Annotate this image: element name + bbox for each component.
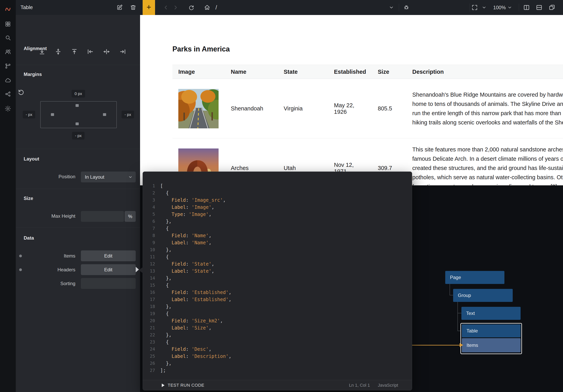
code-line[interactable]: 26 }, [143, 360, 412, 367]
code-line[interactable]: 12 Field: 'State', [143, 261, 412, 267]
tree-node-label: Text [466, 311, 475, 316]
margin-bottom-value[interactable]: - px [72, 132, 84, 139]
distribute-horizontal-button[interactable] [103, 48, 110, 55]
code-line[interactable]: 21 Label: 'Size', [143, 324, 412, 331]
edit-component-button[interactable] [115, 3, 124, 12]
sorting-input[interactable] [81, 278, 136, 289]
section-divider [16, 149, 140, 149]
split-rows-view-button[interactable] [535, 3, 543, 12]
preview-size-chevron-button[interactable] [480, 3, 488, 12]
sidebar-item-search[interactable] [5, 34, 11, 41]
code-line[interactable]: 4 Label: 'Image', [143, 204, 412, 211]
margin-right-value[interactable]: - px [122, 111, 134, 118]
app-sidebar [0, 0, 16, 392]
tree-node-group[interactable]: Group [453, 289, 513, 302]
formula-code-editor[interactable]: 1[2 {3 Field: 'Image_src',4 Label: 'Imag… [143, 172, 412, 391]
margins-diagram [40, 101, 117, 128]
refresh-button[interactable] [187, 3, 196, 12]
headers-binding-dot[interactable] [19, 268, 22, 271]
delete-component-button[interactable] [129, 3, 138, 12]
margin-handle-bottom[interactable] [76, 122, 79, 125]
line-number: 1 [143, 182, 155, 190]
add-element-button[interactable]: + [143, 0, 155, 15]
tree-node-items[interactable]: Items [462, 338, 521, 352]
branch-icon [5, 63, 11, 69]
code-line[interactable]: 24 Field: 'Desc', [143, 346, 412, 353]
margin-left-value[interactable]: - px [23, 111, 35, 118]
test-run-code-button[interactable]: TEST RUN CODE [168, 383, 204, 388]
code-line[interactable]: 9 Label: 'Name', [143, 239, 412, 246]
debug-button[interactable] [402, 3, 411, 12]
position-dropdown[interactable]: In Layout [81, 172, 136, 182]
max-height-input[interactable] [81, 211, 124, 222]
headers-edit-button[interactable]: Edit [81, 264, 136, 275]
code-line[interactable]: 2 { [143, 190, 412, 197]
code-line[interactable]: 3 Field: 'Image_src', [143, 197, 412, 204]
code-line[interactable]: 18 }, [143, 303, 412, 310]
nav-back-button[interactable] [162, 3, 170, 12]
nav-forward-button[interactable] [171, 3, 180, 12]
tree-node-table[interactable]: Table [462, 324, 521, 337]
code-line[interactable]: 11 { [143, 253, 412, 261]
code-line[interactable]: 16 Field: 'Established', [143, 289, 412, 296]
sidebar-item-components[interactable] [5, 21, 11, 27]
app-logo-icon [5, 6, 11, 13]
park-image-shenandoah [178, 89, 218, 128]
line-number: 8 [143, 232, 155, 239]
code-line[interactable]: 27]; [143, 367, 412, 374]
tree-node-text[interactable]: Text [461, 307, 521, 320]
line-number: 17 [143, 296, 155, 303]
code-line[interactable]: 17 Label: 'Established', [143, 296, 412, 303]
table-row: Shenandoah Virginia May 22, 1926 805.5 S… [172, 79, 563, 139]
align-top-button[interactable] [71, 48, 78, 55]
margin-handle-left[interactable] [51, 113, 54, 116]
home-button[interactable] [203, 3, 211, 12]
margin-top-value[interactable]: 0 px [72, 90, 85, 98]
app-logo[interactable] [5, 6, 11, 13]
sidebar-item-versions[interactable] [5, 63, 11, 69]
page-title: Parks in America [172, 45, 230, 53]
code-line[interactable]: 5 Type: 'Image', [143, 211, 412, 218]
table-header-row: Image Name State Established Size Descri… [172, 65, 563, 79]
code-line[interactable]: 25 Label: 'Description', [143, 353, 412, 360]
margin-handle-right[interactable] [103, 113, 106, 116]
code-line[interactable]: 15 { [143, 282, 412, 289]
align-bottom-button[interactable] [39, 48, 45, 55]
zoom-control[interactable]: 100% [493, 3, 512, 12]
code-line[interactable]: 10 }, [143, 246, 412, 253]
section-divider [16, 189, 140, 189]
sidebar-item-settings[interactable] [5, 105, 11, 112]
margin-handle-top[interactable] [76, 104, 79, 107]
cell-state: Virginia [278, 79, 328, 139]
max-height-unit-button[interactable]: % [125, 211, 136, 222]
sidebar-item-services[interactable] [5, 77, 11, 84]
code-line[interactable]: 8 Field: 'Name', [143, 232, 412, 239]
code-line[interactable]: 20 Field: 'Size_km2', [143, 317, 412, 324]
code-line[interactable]: 14 }, [143, 275, 412, 282]
code-line[interactable]: 19 { [143, 310, 412, 317]
tree-node-label: Items [467, 342, 478, 348]
code-line[interactable]: 23 { [143, 339, 412, 346]
sidebar-item-share[interactable] [5, 91, 11, 97]
align-left-button[interactable] [87, 48, 94, 55]
code-line[interactable]: 7 { [143, 225, 412, 232]
bug-icon [403, 4, 409, 11]
code-line[interactable]: 13 Label: 'State', [143, 267, 412, 275]
sidebar-item-users[interactable] [5, 48, 11, 55]
tree-node-page[interactable]: Page [445, 271, 504, 284]
cell-name: Shenandoah [225, 79, 278, 139]
items-binding-dot[interactable] [19, 254, 22, 257]
split-columns-view-button[interactable] [522, 3, 531, 12]
line-number: 3 [143, 197, 155, 204]
reset-margins-button[interactable] [18, 89, 25, 96]
code-line[interactable]: 1[ [143, 182, 412, 190]
align-right-button[interactable] [119, 48, 126, 55]
code-lines[interactable]: 1[2 {3 Field: 'Image_src',4 Label: 'Imag… [143, 182, 412, 374]
items-edit-button[interactable]: Edit [81, 250, 136, 261]
page-dropdown-button[interactable] [387, 3, 396, 12]
code-line[interactable]: 6 }, [143, 218, 412, 225]
distribute-vertical-button[interactable] [55, 48, 62, 55]
preview-size-button[interactable] [470, 3, 479, 12]
code-line[interactable]: 22 }, [143, 331, 412, 339]
overlap-windows-view-button[interactable] [548, 3, 556, 12]
